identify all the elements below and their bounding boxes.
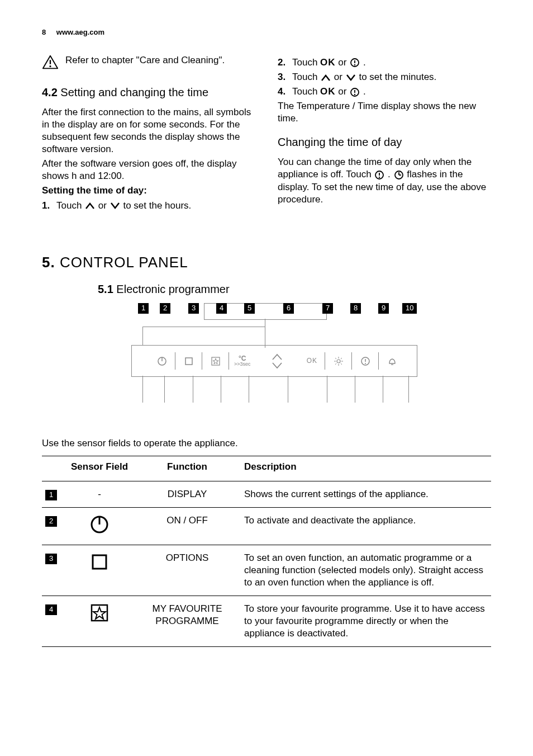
sensor-dash: - [65,481,134,507]
diagram-panel: °C>>3sec OK [131,345,417,377]
callout-2: 2 [160,303,170,314]
row-num: 2 [45,516,57,527]
svg-rect-35 [93,555,106,569]
svg-point-11 [379,177,380,178]
clock-icon [349,87,360,97]
callout-7: 7 [322,303,333,314]
clock-icon [374,170,385,180]
step-list: 1. Touch or to set the hours. [42,200,255,212]
step-text: Touch or to set the hours. [56,200,191,212]
sensor-table: Sensor Field Function Description 1 - DI… [42,456,491,648]
callout-8: 8 [350,303,361,314]
step-item: 4. Touch OK or . [278,86,491,98]
heading-text: Setting and changing the time [58,86,208,98]
down-icon [345,74,356,82]
site-url: www.aeg.com [56,28,104,36]
paragraph: After the first connection to the mains,… [42,106,255,155]
two-column-layout: Refer to chapter "Care and Cleaning". 4.… [42,54,491,214]
step-item: 3. Touch or to set the minutes. [278,71,491,83]
callout-3: 3 [188,303,199,314]
desc-text: To set an oven function, an automatic pr… [241,545,491,596]
table-row: 2 ON / OFF To activate and deactivate th… [42,507,491,545]
heading-number: 5. [42,254,55,271]
warning-icon [42,54,59,71]
heading-text: Electronic programmer [113,283,230,295]
row-num: 1 [45,490,57,500]
table-row: 1 - DISPLAY Shows the current settings o… [42,481,491,507]
right-column: 2. Touch OK or . 3. Touch or to set the [278,54,491,214]
step-list: 2. Touch OK or . 3. Touch or to set the [278,56,491,98]
func-text: MY FAVOURITE PROGRAMME [134,596,241,647]
page-header: 8 www.aeg.com [42,28,491,37]
func-text: OPTIONS [134,545,241,596]
desc-text: To activate and deactivate the appliance… [241,507,491,545]
panel-temp-icon: °C>>3sec [229,346,256,376]
func-text: ON / OFF [134,507,241,545]
heading-5: 5. CONTROL PANEL [42,253,491,272]
svg-line-27 [341,358,342,359]
heading-4-2: 4.2 Setting and changing the time [42,85,255,100]
star-icon [89,603,110,626]
svg-point-8 [354,93,355,94]
heading-number: 4.2 [42,86,58,98]
paragraph: After the software version goes off, the… [42,158,255,182]
svg-line-25 [335,358,336,359]
panel-clock-icon [352,346,379,376]
up-icon [84,202,96,210]
panel-bell-icon [379,346,406,376]
svg-rect-17 [185,358,192,365]
panel-options-icon [175,346,202,376]
callout-5: 5 [244,303,255,314]
paragraph: You can change the time of day only when… [278,156,491,205]
row-num: 4 [45,604,57,615]
use-text: Use the sensor fields to operate the app… [42,437,491,450]
table-row: 4 MY FAVOURITE PROGRAMME To store your f… [42,596,491,647]
table-row: 3 OPTIONS To set an oven function, an au… [42,545,491,596]
func-text: DISPLAY [134,481,241,507]
svg-point-31 [365,363,366,364]
col-function: Function [134,456,241,481]
svg-line-26 [341,363,342,365]
callout-6: 6 [283,303,294,314]
clock-icon [349,58,360,68]
panel-ok-label: OK [298,346,325,376]
section-5: 5. CONTROL PANEL 5.1 Electronic programm… [42,253,491,648]
step-number: 4. [278,86,288,98]
svg-line-28 [335,363,336,365]
svg-point-5 [354,64,355,65]
svg-marker-19 [213,358,218,364]
step-number: 2. [278,56,288,69]
svg-marker-37 [93,607,106,619]
panel-favourite-icon [202,346,229,376]
panel-arrows-icon [256,346,299,376]
callout-10: 10 [402,303,417,314]
power-icon [89,514,110,538]
step-item: 2. Touch OK or . [278,56,491,69]
heading-5-1: 5.1 Electronic programmer [98,282,491,296]
left-column: Refer to chapter "Care and Cleaning". 4.… [42,54,255,214]
row-num: 3 [45,554,57,564]
heading-change-time: Changing the time of day [278,135,491,149]
callout-1: 1 [138,303,149,314]
up-icon [320,74,331,82]
ok-label: OK [320,57,336,68]
col-description: Description [241,456,491,481]
callout-9: 9 [378,303,389,314]
step-number: 3. [278,71,288,83]
step-text: Touch or to set the minutes. [292,71,436,83]
down-icon [110,202,121,210]
clock-arrow-icon [393,170,404,180]
heading-text: CONTROL PANEL [55,254,188,271]
square-icon [89,552,110,575]
warning-row: Refer to chapter "Care and Cleaning". [42,54,255,71]
svg-point-20 [337,360,340,363]
step-text: Touch OK or . [292,86,366,98]
desc-text: Shows the current settings of the applia… [241,481,491,507]
control-panel-diagram: °C>>3sec OK 1 2 3 4 5 6 7 8 9 10 [110,303,423,426]
step-text: Touch OK or . [292,56,366,69]
panel-light-icon [325,346,352,376]
ok-label: OK [320,86,336,97]
heading-number: 5.1 [98,283,113,295]
callout-4: 4 [216,303,227,314]
col-sensor: Sensor Field [65,456,134,481]
